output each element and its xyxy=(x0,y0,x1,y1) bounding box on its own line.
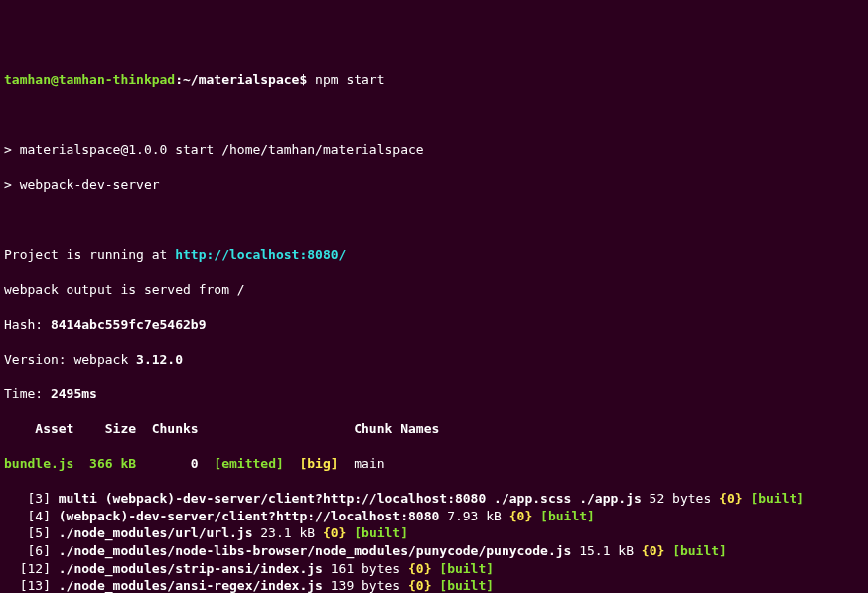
server-url: http://localhost:8080/ xyxy=(175,247,346,262)
terminal-output[interactable]: tamhan@tamhan-thinkpad:~/materialspace$ … xyxy=(4,72,864,593)
module-row: [6] ./node_modules/node-libs-browser/nod… xyxy=(4,542,864,560)
served-line: webpack output is served from / xyxy=(4,281,864,299)
version-line: Version: webpack 3.12.0 xyxy=(4,351,864,369)
prompt-path: :~/materialspace$ xyxy=(175,73,315,87)
module-row: [3] multi (webpack)-dev-server/client?ht… xyxy=(4,490,864,508)
blank-line xyxy=(4,212,864,229)
module-row: [13] ./node_modules/ansi-regex/index.js … xyxy=(4,577,864,593)
hash-line: Hash: 8414abc559fc7e5462b9 xyxy=(4,316,864,334)
table-header: Asset Size Chunks Chunk Names xyxy=(4,420,864,438)
prompt-user-host: tamhan@tamhan-thinkpad xyxy=(4,73,175,87)
bundle-row: bundle.js 366 kB 0 [emitted] [big] main xyxy=(4,455,864,473)
blank-line xyxy=(4,106,864,124)
npm-line-2: > webpack-dev-server xyxy=(4,176,864,194)
prompt-cmd: npm start xyxy=(315,73,384,87)
time-line: Time: 2495ms xyxy=(4,385,864,403)
prompt-line: tamhan@tamhan-thinkpad:~/materialspace$ … xyxy=(4,72,864,89)
module-row: [12] ./node_modules/strip-ansi/index.js … xyxy=(4,560,864,578)
npm-line-1: > materialspace@1.0.0 start /home/tamhan… xyxy=(4,141,864,159)
module-row: [5] ./node_modules/url/url.js 23.1 kB {0… xyxy=(4,524,864,542)
running-line: Project is running at http://localhost:8… xyxy=(4,246,864,264)
modules-list: [3] multi (webpack)-dev-server/client?ht… xyxy=(4,490,864,593)
module-row: [4] (webpack)-dev-server/client?http://l… xyxy=(4,508,864,525)
